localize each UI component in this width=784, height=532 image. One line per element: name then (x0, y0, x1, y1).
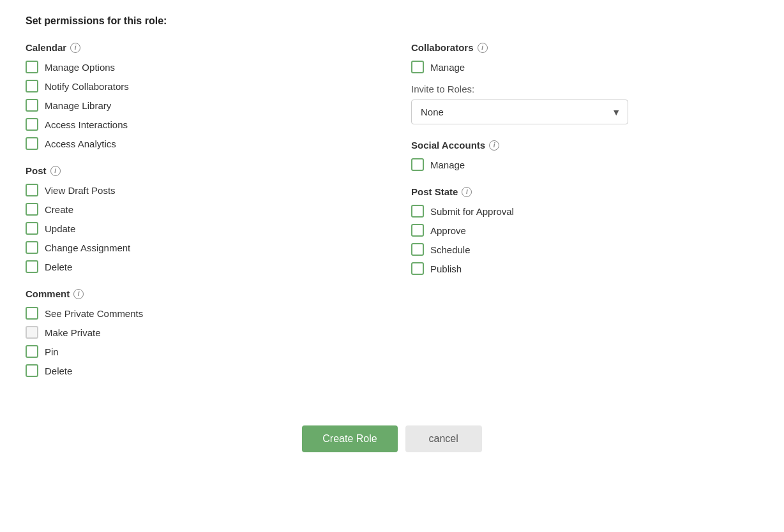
checkbox-access-analytics-input[interactable] (26, 137, 38, 150)
invite-to-roles-select[interactable]: None Admin Editor Viewer (411, 100, 628, 124)
social-accounts-info-icon: i (489, 140, 499, 151)
checkbox-access-interactions: Access Interactions (26, 118, 373, 131)
checkbox-delete-post: Delete (26, 260, 373, 273)
checkbox-pin-label: Pin (45, 346, 59, 357)
checkbox-schedule-label: Schedule (430, 244, 471, 255)
right-column: Collaborators i Manage Invite to Roles: … (411, 42, 758, 383)
checkbox-access-interactions-input[interactable] (26, 118, 38, 131)
checkbox-notify-collaborators-label: Notify Collaborators (45, 81, 129, 92)
checkbox-make-private-input[interactable] (26, 326, 38, 339)
checkbox-create-label: Create (45, 204, 73, 215)
checkbox-update-input[interactable] (26, 222, 38, 235)
checkbox-notify-collaborators-input[interactable] (26, 80, 38, 92)
checkbox-collaborators-manage: Manage (411, 61, 758, 73)
checkbox-manage-options-input[interactable] (26, 61, 38, 73)
checkbox-collaborators-manage-label: Manage (430, 62, 465, 73)
checkbox-delete-comment-label: Delete (45, 366, 72, 376)
checkbox-schedule: Schedule (411, 243, 758, 256)
checkbox-social-manage-label: Manage (430, 159, 465, 170)
calendar-label: Calendar (26, 42, 66, 53)
checkbox-manage-options-label: Manage Options (45, 62, 115, 73)
checkbox-see-private-comments-label: See Private Comments (45, 308, 143, 319)
checkbox-make-private-label: Make Private (45, 327, 101, 338)
checkbox-social-manage: Manage (411, 158, 758, 171)
collaborators-info-icon: i (478, 43, 488, 53)
checkbox-delete-post-input[interactable] (26, 260, 38, 273)
checkbox-create: Create (26, 203, 373, 216)
checkbox-submit-for-approval-label: Submit for Approval (430, 206, 514, 217)
checkbox-update: Update (26, 222, 373, 235)
left-column: Calendar i Manage Options Notify Collabo… (26, 42, 411, 383)
checkbox-pin-input[interactable] (26, 345, 38, 358)
checkbox-publish-label: Publish (430, 263, 462, 274)
checkbox-manage-options: Manage Options (26, 61, 373, 73)
post-state-info-icon: i (462, 187, 472, 197)
checkbox-pin: Pin (26, 345, 373, 358)
cancel-button[interactable]: cancel (405, 425, 482, 452)
checkbox-access-analytics-label: Access Analytics (45, 138, 116, 149)
create-role-button[interactable]: Create Role (302, 425, 397, 452)
checkbox-submit-for-approval-input[interactable] (411, 205, 424, 218)
checkbox-manage-library-label: Manage Library (45, 100, 111, 111)
checkbox-social-manage-input[interactable] (411, 158, 424, 171)
checkbox-view-draft-posts-label: View Draft Posts (45, 185, 116, 196)
post-state-section-header: Post State i (411, 186, 758, 197)
checkbox-approve-label: Approve (430, 225, 466, 236)
invite-to-roles-section: Invite to Roles: None Admin Editor Viewe… (411, 84, 758, 124)
checkbox-create-input[interactable] (26, 203, 38, 216)
invite-to-roles-wrapper: None Admin Editor Viewer ▼ (411, 100, 628, 124)
comment-section-header: Comment i (26, 288, 373, 299)
post-section-header: Post i (26, 165, 373, 176)
checkbox-manage-library-input[interactable] (26, 99, 38, 112)
checkbox-update-label: Update (45, 223, 75, 234)
checkbox-approve: Approve (411, 224, 758, 237)
checkbox-change-assignment: Change Assignment (26, 241, 373, 254)
checkbox-view-draft-posts: View Draft Posts (26, 184, 373, 196)
collaborators-section-header: Collaborators i (411, 42, 758, 53)
checkbox-notify-collaborators: Notify Collaborators (26, 80, 373, 92)
checkbox-schedule-input[interactable] (411, 243, 424, 256)
post-info-icon: i (50, 166, 61, 176)
checkbox-access-analytics: Access Analytics (26, 137, 373, 150)
footer-buttons: Create Role cancel (26, 415, 758, 452)
checkbox-access-interactions-label: Access Interactions (45, 119, 128, 130)
comment-info-icon: i (73, 289, 84, 299)
checkbox-publish-input[interactable] (411, 262, 424, 275)
checkbox-delete-comment-input[interactable] (26, 364, 38, 377)
checkbox-delete-post-label: Delete (45, 262, 72, 272)
checkbox-manage-library: Manage Library (26, 99, 373, 112)
social-accounts-label: Social Accounts (411, 140, 485, 151)
post-state-label: Post State (411, 186, 458, 197)
checkbox-view-draft-posts-input[interactable] (26, 184, 38, 196)
checkbox-change-assignment-input[interactable] (26, 241, 38, 254)
calendar-section-header: Calendar i (26, 42, 373, 53)
checkbox-publish: Publish (411, 262, 758, 275)
checkbox-change-assignment-label: Change Assignment (45, 242, 130, 253)
checkbox-delete-comment: Delete (26, 364, 373, 377)
comment-label: Comment (26, 288, 70, 299)
invite-to-roles-label: Invite to Roles: (411, 84, 758, 94)
checkbox-approve-input[interactable] (411, 224, 424, 237)
checkbox-see-private-comments: See Private Comments (26, 307, 373, 320)
post-label: Post (26, 165, 47, 176)
checkbox-submit-for-approval: Submit for Approval (411, 205, 758, 218)
calendar-info-icon: i (70, 43, 80, 53)
checkbox-collaborators-manage-input[interactable] (411, 61, 424, 73)
social-accounts-section-header: Social Accounts i (411, 140, 758, 151)
permissions-grid: Calendar i Manage Options Notify Collabo… (26, 42, 758, 383)
checkbox-make-private: Make Private (26, 326, 373, 339)
page-title: Set permissions for this role: (26, 15, 758, 27)
page-container: Set permissions for this role: Calendar … (0, 0, 784, 532)
collaborators-label: Collaborators (411, 42, 474, 53)
checkbox-see-private-comments-input[interactable] (26, 307, 38, 320)
